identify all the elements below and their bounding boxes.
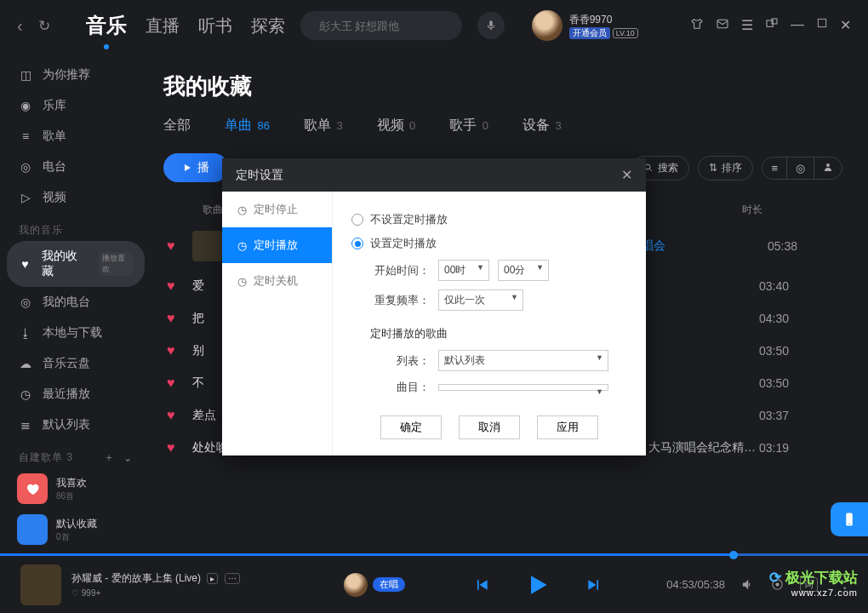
modal-header: 定时设置 ✕ [222, 158, 646, 192]
list-select[interactable]: 默认列表 [438, 350, 608, 371]
modal-content: 不设置定时播放 设置定时播放 开始时间： 00时 00分 重复频率： 仅此一次 … [333, 192, 646, 455]
modal-nav-play[interactable]: ◷定时播放 [222, 227, 332, 263]
modal-nav-shutdown[interactable]: ◷定时关机 [222, 263, 332, 299]
timer-modal-mask: 定时设置 ✕ ◷定时停止 ◷定时播放 ◷定时关机 不设置定时播放 设置定时播放 … [0, 0, 868, 613]
track-label: 曲目： [370, 380, 430, 395]
radio-set[interactable]: 设置定时播放 [351, 236, 627, 251]
hour-select[interactable]: 00时 [438, 260, 489, 281]
watermark: ⟳ 极光下载站 www.xz7.com [769, 568, 858, 598]
list-label: 列表： [370, 353, 430, 369]
modal-cancel-button[interactable]: 取消 [459, 415, 520, 439]
radio-icon [351, 238, 363, 249]
minute-select[interactable]: 00分 [498, 260, 549, 281]
modal-close-button[interactable]: ✕ [621, 167, 632, 183]
repeat-select[interactable]: 仅此一次 [438, 289, 523, 311]
track-select[interactable] [438, 384, 608, 391]
timer-songs-title: 定时播放的歌曲 [370, 326, 627, 341]
radio-icon [351, 214, 363, 226]
modal-apply-button[interactable]: 应用 [537, 415, 598, 439]
timer-modal: 定时设置 ✕ ◷定时停止 ◷定时播放 ◷定时关机 不设置定时播放 设置定时播放 … [222, 158, 646, 455]
start-time-label: 开始时间： [370, 263, 430, 278]
modal-nav-stop[interactable]: ◷定时停止 [222, 192, 332, 227]
radio-none[interactable]: 不设置定时播放 [351, 212, 627, 227]
clock-power-icon: ◷ [237, 275, 247, 288]
modal-nav: ◷定时停止 ◷定时播放 ◷定时关机 [222, 192, 333, 455]
repeat-label: 重复频率： [370, 293, 430, 308]
clock-stop-icon: ◷ [237, 203, 247, 216]
modal-ok-button[interactable]: 确定 [380, 415, 442, 439]
clock-play-icon: ◷ [237, 239, 247, 252]
